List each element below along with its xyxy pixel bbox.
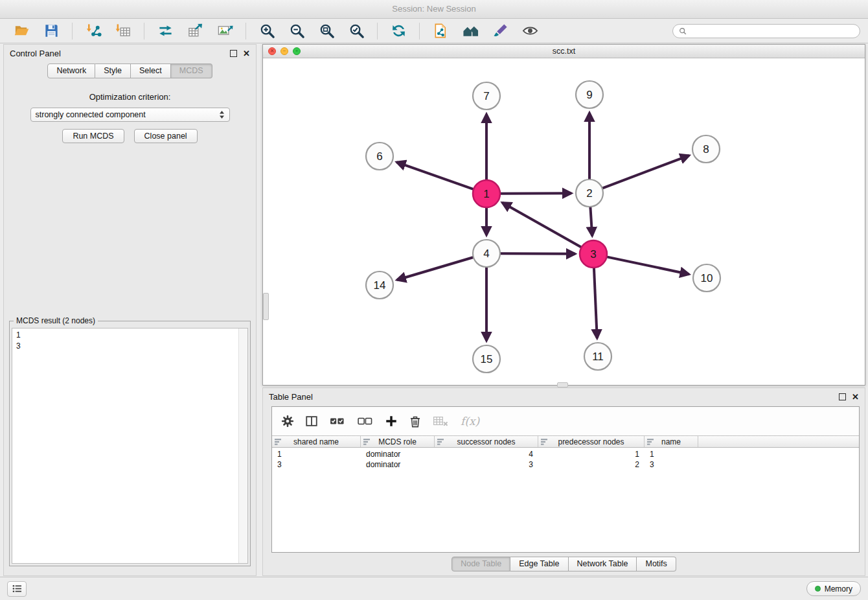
open-session-icon[interactable] bbox=[8, 21, 35, 41]
table-cell[interactable]: 3 bbox=[645, 460, 698, 469]
network-canvas[interactable]: 7968124314101511 bbox=[263, 58, 865, 385]
save-session-icon[interactable] bbox=[38, 21, 65, 41]
status-menu-button[interactable] bbox=[7, 581, 27, 597]
column-header-shared-name[interactable]: shared name bbox=[272, 436, 361, 447]
graph-node-10[interactable]: 10 bbox=[693, 264, 720, 292]
export-image-icon[interactable] bbox=[211, 21, 238, 41]
graph-edge-4-3[interactable] bbox=[500, 253, 575, 254]
network-window-titlebar[interactable]: scc.txt bbox=[263, 45, 865, 58]
graph-edge-1-2[interactable] bbox=[500, 193, 571, 194]
columns-icon[interactable] bbox=[305, 415, 318, 428]
table-cell[interactable]: 3 bbox=[272, 460, 361, 469]
table-cell[interactable]: 2 bbox=[538, 460, 645, 469]
float-table-panel-icon[interactable] bbox=[839, 393, 846, 400]
sort-icon bbox=[274, 438, 282, 446]
graph-edge-3-10[interactable] bbox=[607, 257, 689, 274]
graph-edge-4-14[interactable] bbox=[397, 257, 474, 280]
delete-icon[interactable] bbox=[409, 415, 422, 428]
float-panel-icon[interactable] bbox=[230, 50, 237, 57]
graph-edge-2-8[interactable] bbox=[602, 156, 689, 189]
graph-node-15[interactable]: 15 bbox=[473, 345, 500, 373]
toolbar-separator bbox=[72, 23, 73, 40]
table-cell[interactable]: 4 bbox=[435, 450, 538, 459]
table-cell[interactable]: 1 bbox=[645, 450, 698, 459]
network-arrows-icon[interactable] bbox=[152, 21, 179, 41]
graph-node-14[interactable]: 14 bbox=[366, 271, 393, 299]
tab-network[interactable]: Network bbox=[47, 63, 95, 78]
close-window-icon[interactable] bbox=[268, 47, 276, 55]
mcds-result-area[interactable]: 13 bbox=[12, 328, 248, 564]
table-cell[interactable]: 1 bbox=[538, 450, 645, 459]
graph-node-9[interactable]: 9 bbox=[576, 81, 603, 108]
graph-node-6[interactable]: 6 bbox=[366, 143, 393, 170]
export-table-icon[interactable] bbox=[181, 21, 209, 41]
column-header-name[interactable]: name bbox=[645, 436, 698, 447]
refresh-icon[interactable] bbox=[385, 21, 412, 41]
toolbar-separator bbox=[377, 23, 378, 40]
add-icon[interactable] bbox=[385, 415, 398, 428]
column-header-MCDS-role[interactable]: MCDS role bbox=[361, 436, 435, 447]
zoom-selected-icon[interactable] bbox=[343, 21, 370, 41]
style-brush-icon[interactable] bbox=[486, 21, 514, 41]
table-row[interactable]: 1dominator411 bbox=[272, 449, 859, 459]
table-cell[interactable]: dominator bbox=[361, 450, 435, 459]
table-cell[interactable]: dominator bbox=[361, 460, 435, 469]
eye-icon[interactable] bbox=[516, 21, 543, 41]
tab-style[interactable]: Style bbox=[95, 63, 131, 78]
zoom-in-icon[interactable] bbox=[253, 21, 280, 41]
zoom-window-icon[interactable] bbox=[293, 47, 301, 55]
control-panel: Control Panel NetworkStyleSelectMCDS Opt… bbox=[3, 44, 257, 576]
graph-node-7[interactable]: 7 bbox=[473, 82, 500, 110]
optimization-dropdown[interactable]: strongly connected component bbox=[30, 108, 230, 122]
graph-edge-1-6[interactable] bbox=[396, 162, 474, 189]
graph-node-3[interactable]: 3 bbox=[580, 240, 607, 268]
column-header-successor-nodes[interactable]: successor nodes bbox=[435, 436, 538, 447]
deselect-all-icon[interactable] bbox=[357, 415, 374, 428]
svg-text:15: 15 bbox=[481, 353, 493, 365]
horizontal-split-grip[interactable] bbox=[557, 382, 568, 387]
graph-node-1[interactable]: 1 bbox=[473, 180, 500, 207]
first-neighbors-icon[interactable] bbox=[427, 21, 454, 41]
table-cell[interactable]: 3 bbox=[435, 460, 538, 469]
control-panel-title: Control Panel bbox=[10, 49, 230, 58]
table-cell[interactable]: 1 bbox=[272, 450, 361, 459]
search-input[interactable] bbox=[691, 26, 854, 36]
zoom-out-icon[interactable] bbox=[283, 21, 310, 41]
home-icon[interactable] bbox=[457, 21, 484, 41]
import-network-icon[interactable] bbox=[80, 21, 107, 41]
close-table-panel-icon[interactable] bbox=[852, 393, 859, 401]
graph-edge-3-1[interactable] bbox=[502, 203, 581, 248]
close-control-panel-icon[interactable] bbox=[243, 49, 250, 58]
gear-icon[interactable] bbox=[281, 415, 294, 428]
table-row[interactable]: 3dominator323 bbox=[272, 459, 859, 470]
vertical-split-grip[interactable] bbox=[263, 293, 269, 320]
tab-select[interactable]: Select bbox=[131, 63, 171, 78]
column-header-label: MCDS role bbox=[378, 437, 417, 446]
run-mcds-button[interactable]: Run MCDS bbox=[62, 129, 124, 143]
close-panel-button[interactable]: Close panel bbox=[134, 129, 198, 143]
graph-node-2[interactable]: 2 bbox=[576, 179, 603, 207]
select-all-icon[interactable] bbox=[329, 415, 346, 428]
search-box[interactable] bbox=[672, 24, 860, 38]
tab-edge-table[interactable]: Edge Table bbox=[510, 557, 568, 571]
toolbar-separator bbox=[419, 23, 420, 40]
sort-icon bbox=[363, 438, 371, 446]
window-titlebar[interactable]: Session: New Session bbox=[0, 0, 868, 19]
graph-node-4[interactable]: 4 bbox=[473, 240, 500, 267]
graph-node-8[interactable]: 8 bbox=[692, 135, 720, 163]
column-header-predecessor-nodes[interactable]: predecessor nodes bbox=[538, 436, 645, 447]
result-scrollbar[interactable] bbox=[238, 329, 247, 563]
memory-button[interactable]: Memory bbox=[806, 581, 861, 596]
graph-edge-3-11[interactable] bbox=[594, 268, 597, 338]
zoom-fit-icon[interactable] bbox=[313, 21, 340, 41]
sort-icon bbox=[646, 438, 654, 446]
tab-mcds[interactable]: MCDS bbox=[171, 63, 212, 78]
minimize-window-icon[interactable] bbox=[280, 47, 288, 55]
import-table-icon[interactable] bbox=[109, 21, 137, 41]
svg-text:7: 7 bbox=[483, 90, 489, 102]
graph-edge-2-3[interactable] bbox=[590, 207, 592, 236]
tab-network-table[interactable]: Network Table bbox=[569, 557, 637, 571]
tab-node-table[interactable]: Node Table bbox=[451, 557, 510, 571]
graph-node-11[interactable]: 11 bbox=[584, 343, 611, 370]
tab-motifs[interactable]: Motifs bbox=[637, 557, 676, 571]
